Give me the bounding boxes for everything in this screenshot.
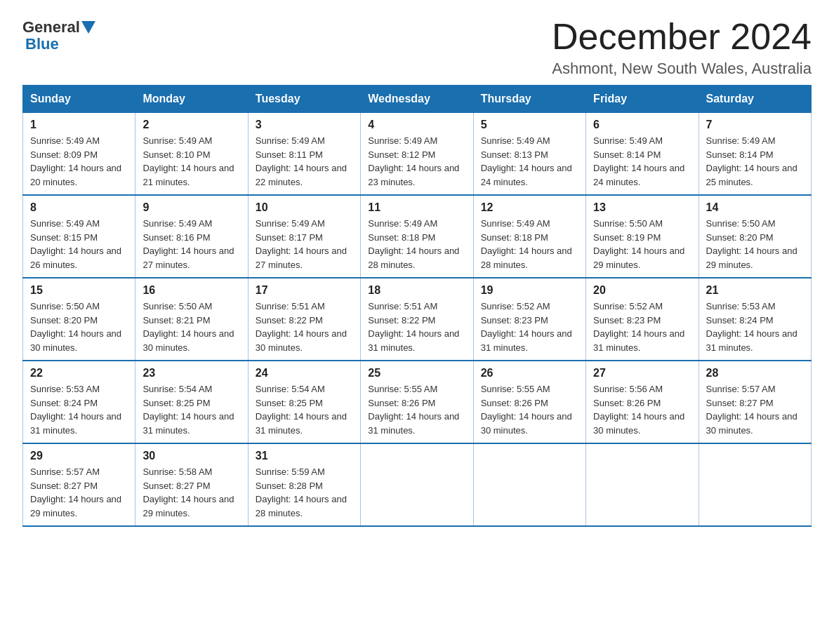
day-number: 3 (256, 119, 353, 131)
day-number: 17 (256, 284, 353, 297)
calendar-cell: 2 Sunrise: 5:49 AMSunset: 8:10 PMDayligh… (135, 113, 248, 196)
calendar-cell: 18 Sunrise: 5:51 AMSunset: 8:22 PMDaylig… (361, 278, 473, 361)
day-number: 26 (481, 367, 578, 380)
day-number: 28 (706, 367, 804, 380)
calendar-cell: 25 Sunrise: 5:55 AMSunset: 8:26 PMDaylig… (361, 361, 473, 443)
weekday-header-monday: Monday (135, 86, 248, 113)
day-number: 9 (143, 201, 240, 214)
day-detail: Sunrise: 5:49 AMSunset: 8:14 PMDaylight:… (593, 135, 684, 187)
day-detail: Sunrise: 5:52 AMSunset: 8:23 PMDaylight:… (593, 301, 684, 353)
calendar-cell: 13 Sunrise: 5:50 AMSunset: 8:19 PMDaylig… (586, 195, 699, 278)
weekday-header-wednesday: Wednesday (361, 86, 473, 113)
day-number: 31 (256, 450, 353, 462)
day-number: 23 (143, 367, 240, 380)
day-detail: Sunrise: 5:53 AMSunset: 8:24 PMDaylight:… (30, 384, 121, 436)
day-detail: Sunrise: 5:49 AMSunset: 8:17 PMDaylight:… (256, 218, 347, 270)
day-number: 2 (143, 119, 240, 131)
day-detail: Sunrise: 5:56 AMSunset: 8:26 PMDaylight:… (593, 384, 684, 436)
logo-triangle-icon (81, 21, 95, 34)
calendar-cell: 23 Sunrise: 5:54 AMSunset: 8:25 PMDaylig… (135, 361, 248, 443)
calendar-cell: 7 Sunrise: 5:49 AMSunset: 8:14 PMDayligh… (699, 113, 811, 196)
title-area: December 2024 Ashmont, New South Wales, … (552, 17, 812, 78)
day-detail: Sunrise: 5:49 AMSunset: 8:10 PMDaylight:… (143, 135, 234, 187)
calendar-week-row: 8 Sunrise: 5:49 AMSunset: 8:15 PMDayligh… (23, 195, 812, 278)
calendar-cell (586, 443, 699, 526)
day-number: 19 (481, 284, 578, 297)
day-number: 4 (368, 119, 465, 131)
day-detail: Sunrise: 5:59 AMSunset: 8:28 PMDaylight:… (256, 467, 347, 518)
calendar-cell: 16 Sunrise: 5:50 AMSunset: 8:21 PMDaylig… (135, 278, 248, 361)
day-number: 8 (30, 201, 128, 214)
day-number: 18 (368, 284, 465, 297)
calendar-week-row: 22 Sunrise: 5:53 AMSunset: 8:24 PMDaylig… (23, 361, 812, 443)
calendar-cell: 1 Sunrise: 5:49 AMSunset: 8:09 PMDayligh… (23, 113, 135, 196)
day-detail: Sunrise: 5:54 AMSunset: 8:25 PMDaylight:… (256, 384, 347, 436)
calendar-week-row: 29 Sunrise: 5:57 AMSunset: 8:27 PMDaylig… (23, 443, 812, 526)
day-number: 15 (30, 284, 128, 297)
day-detail: Sunrise: 5:57 AMSunset: 8:27 PMDaylight:… (706, 384, 797, 436)
day-detail: Sunrise: 5:49 AMSunset: 8:18 PMDaylight:… (481, 218, 572, 270)
day-number: 13 (593, 201, 691, 214)
calendar-cell: 12 Sunrise: 5:49 AMSunset: 8:18 PMDaylig… (473, 195, 585, 278)
day-number: 16 (143, 284, 240, 297)
calendar-cell: 19 Sunrise: 5:52 AMSunset: 8:23 PMDaylig… (473, 278, 585, 361)
day-detail: Sunrise: 5:54 AMSunset: 8:25 PMDaylight:… (143, 384, 234, 436)
day-detail: Sunrise: 5:52 AMSunset: 8:23 PMDaylight:… (481, 301, 572, 353)
weekday-header-sunday: Sunday (23, 86, 135, 113)
day-number: 30 (143, 450, 240, 462)
day-number: 7 (706, 119, 804, 131)
day-detail: Sunrise: 5:50 AMSunset: 8:21 PMDaylight:… (143, 301, 234, 353)
logo: General Blue (22, 20, 97, 53)
day-number: 22 (30, 367, 128, 380)
day-number: 29 (30, 450, 128, 462)
day-detail: Sunrise: 5:50 AMSunset: 8:19 PMDaylight:… (593, 218, 684, 270)
calendar-cell: 29 Sunrise: 5:57 AMSunset: 8:27 PMDaylig… (23, 443, 135, 526)
day-detail: Sunrise: 5:58 AMSunset: 8:27 PMDaylight:… (143, 467, 234, 518)
day-number: 21 (706, 284, 804, 297)
calendar-cell: 22 Sunrise: 5:53 AMSunset: 8:24 PMDaylig… (23, 361, 135, 443)
calendar-cell: 6 Sunrise: 5:49 AMSunset: 8:14 PMDayligh… (586, 113, 699, 196)
calendar-cell: 30 Sunrise: 5:58 AMSunset: 8:27 PMDaylig… (135, 443, 248, 526)
day-number: 1 (30, 119, 128, 131)
calendar-cell: 17 Sunrise: 5:51 AMSunset: 8:22 PMDaylig… (248, 278, 360, 361)
month-title: December 2024 (552, 17, 812, 57)
day-detail: Sunrise: 5:49 AMSunset: 8:14 PMDaylight:… (706, 135, 797, 187)
calendar-cell: 9 Sunrise: 5:49 AMSunset: 8:16 PMDayligh… (135, 195, 248, 278)
calendar-cell: 20 Sunrise: 5:52 AMSunset: 8:23 PMDaylig… (586, 278, 699, 361)
calendar-week-row: 15 Sunrise: 5:50 AMSunset: 8:20 PMDaylig… (23, 278, 812, 361)
day-detail: Sunrise: 5:50 AMSunset: 8:20 PMDaylight:… (30, 301, 121, 353)
weekday-header-tuesday: Tuesday (248, 86, 360, 113)
calendar-cell: 4 Sunrise: 5:49 AMSunset: 8:12 PMDayligh… (361, 113, 473, 196)
day-detail: Sunrise: 5:53 AMSunset: 8:24 PMDaylight:… (706, 301, 797, 353)
calendar-cell: 10 Sunrise: 5:49 AMSunset: 8:17 PMDaylig… (248, 195, 360, 278)
page-header: General Blue December 2024 Ashmont, New … (22, 17, 812, 78)
logo-general-text: General (22, 20, 80, 35)
day-detail: Sunrise: 5:51 AMSunset: 8:22 PMDaylight:… (368, 301, 459, 353)
logo-blue-text: Blue (25, 35, 59, 53)
calendar-cell: 27 Sunrise: 5:56 AMSunset: 8:26 PMDaylig… (586, 361, 699, 443)
day-detail: Sunrise: 5:49 AMSunset: 8:13 PMDaylight:… (481, 135, 572, 187)
day-detail: Sunrise: 5:49 AMSunset: 8:16 PMDaylight:… (143, 218, 234, 270)
calendar-cell: 14 Sunrise: 5:50 AMSunset: 8:20 PMDaylig… (699, 195, 811, 278)
day-number: 6 (593, 119, 691, 131)
day-detail: Sunrise: 5:50 AMSunset: 8:20 PMDaylight:… (706, 218, 797, 270)
calendar-cell: 26 Sunrise: 5:55 AMSunset: 8:26 PMDaylig… (473, 361, 585, 443)
day-number: 27 (593, 367, 691, 380)
day-detail: Sunrise: 5:55 AMSunset: 8:26 PMDaylight:… (368, 384, 459, 436)
calendar-cell (361, 443, 473, 526)
calendar-cell: 5 Sunrise: 5:49 AMSunset: 8:13 PMDayligh… (473, 113, 585, 196)
day-number: 24 (256, 367, 353, 380)
calendar-cell: 24 Sunrise: 5:54 AMSunset: 8:25 PMDaylig… (248, 361, 360, 443)
calendar-table: SundayMondayTuesdayWednesdayThursdayFrid… (22, 85, 812, 527)
calendar-cell: 8 Sunrise: 5:49 AMSunset: 8:15 PMDayligh… (23, 195, 135, 278)
day-detail: Sunrise: 5:49 AMSunset: 8:12 PMDaylight:… (368, 135, 459, 187)
day-detail: Sunrise: 5:55 AMSunset: 8:26 PMDaylight:… (481, 384, 572, 436)
day-number: 12 (481, 201, 578, 214)
calendar-week-row: 1 Sunrise: 5:49 AMSunset: 8:09 PMDayligh… (23, 113, 812, 196)
day-detail: Sunrise: 5:49 AMSunset: 8:09 PMDaylight:… (30, 135, 121, 187)
weekday-header-friday: Friday (586, 86, 699, 113)
day-number: 25 (368, 367, 465, 380)
calendar-cell (699, 443, 811, 526)
day-number: 10 (256, 201, 353, 214)
day-number: 14 (706, 201, 804, 214)
